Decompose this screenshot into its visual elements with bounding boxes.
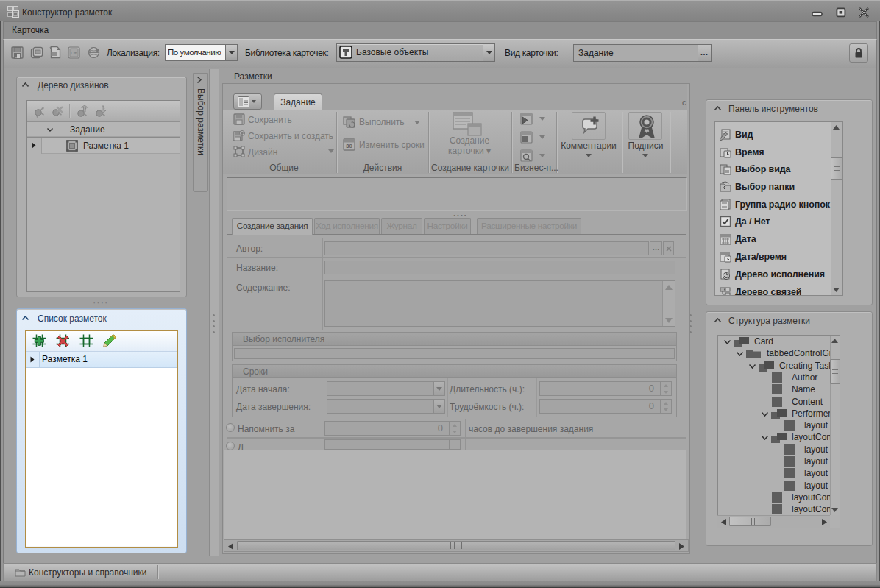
svg-text:Ctrl: Ctrl xyxy=(71,51,77,55)
svg-text:30: 30 xyxy=(346,143,352,149)
